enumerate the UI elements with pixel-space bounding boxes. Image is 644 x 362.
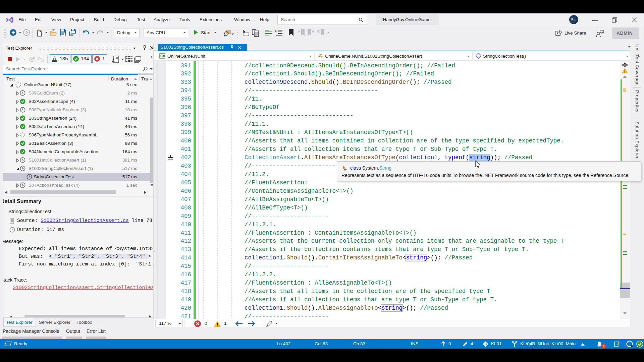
svg-text:C#: C#	[160, 54, 165, 58]
